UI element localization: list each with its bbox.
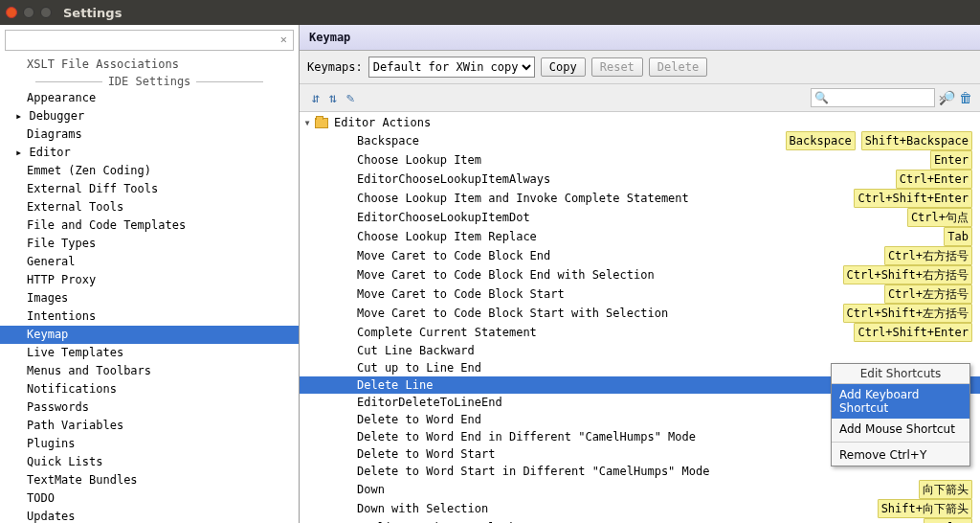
action-row[interactable]: Cut Line Backward	[300, 342, 980, 359]
collapse-all-icon[interactable]: ⇅	[324, 90, 342, 105]
window-titlebar: Settings	[0, 0, 980, 25]
close-icon[interactable]	[6, 7, 17, 18]
keymap-toolbar: ⇵ ⇅ ✎ 🔍 ✕ 🔎 🗑	[300, 84, 980, 112]
sidebar-item-menus-and-toolbars[interactable]: Menus and Toolbars	[0, 362, 299, 380]
content-area: Keymap Keymaps: Default for XWin copy Co…	[300, 25, 980, 523]
shortcut-badge: 向下箭头	[919, 480, 972, 499]
sidebar-item-external-diff-tools[interactable]: External Diff Tools	[0, 180, 299, 198]
sidebar-item-quick-lists[interactable]: Quick Lists	[0, 453, 299, 471]
action-row[interactable]: Move Caret to Code Block EndCtrl+右方括号	[300, 246, 980, 265]
sidebar-item-appearance[interactable]: Appearance	[0, 89, 299, 107]
shortcut-badge: Enter	[930, 150, 972, 170]
shortcut-badge: Shift+Backspace	[861, 131, 972, 150]
sidebar-item-diagrams[interactable]: Diagrams	[0, 125, 299, 144]
sidebar-item-debugger[interactable]: ▸ Debugger	[0, 107, 299, 125]
action-row[interactable]: Complete Current StatementCtrl+Shift+Ent…	[300, 323, 980, 342]
minimize-icon[interactable]	[23, 7, 34, 18]
window-title: Settings	[63, 6, 122, 20]
clear-search-icon[interactable]: ✕	[280, 33, 287, 46]
action-row[interactable]: EditorChooseLookupItemDotCtrl+句点	[300, 208, 980, 227]
action-row[interactable]: Down向下箭头	[300, 480, 980, 499]
sidebar-item-plugins[interactable]: Plugins	[0, 435, 299, 453]
copy-button[interactable]: Copy	[541, 57, 586, 77]
sidebar-section-header: IDE Settings	[0, 74, 299, 89]
sidebar: ✕ XSLT File AssociationsIDE SettingsAppe…	[0, 25, 300, 523]
sidebar-item-images[interactable]: Images	[0, 289, 299, 307]
expand-all-icon[interactable]: ⇵	[307, 90, 324, 105]
shortcut-badge: Ctrl+D	[924, 518, 972, 523]
action-row[interactable]: Move Caret to Code Block End with Select…	[300, 265, 980, 284]
delete-button[interactable]: Delete	[649, 57, 707, 77]
shortcut-badge: Shift+向下箭头	[878, 499, 972, 518]
keymap-topbar: Keymaps: Default for XWin copy Copy Rese…	[300, 51, 980, 84]
action-row[interactable]: Choose Lookup ItemEnter	[300, 150, 980, 170]
shortcut-badge: Ctrl+Shift+Enter	[854, 323, 972, 342]
action-tree[interactable]: ▾Editor ActionsBackspaceBackspaceShift+B…	[300, 112, 980, 523]
sidebar-item-notifications[interactable]: Notifications	[0, 380, 299, 398]
sidebar-item-live-templates[interactable]: Live Templates	[0, 344, 299, 362]
sidebar-item-file-and-code-templates[interactable]: File and Code Templates	[0, 216, 299, 235]
sidebar-item-todo[interactable]: TODO	[0, 489, 299, 508]
sidebar-item-file-types[interactable]: File Types	[0, 235, 299, 253]
sidebar-item-path-variables[interactable]: Path Variables	[0, 417, 299, 435]
tree-root[interactable]: ▾Editor Actions	[300, 114, 980, 131]
action-row[interactable]: Move Caret to Code Block StartCtrl+左方括号	[300, 284, 980, 304]
folder-icon	[315, 118, 328, 128]
sidebar-item-textmate-bundles[interactable]: TextMate Bundles	[0, 471, 299, 489]
sidebar-item-updates[interactable]: Updates	[0, 508, 299, 523]
keymaps-select[interactable]: Default for XWin copy	[368, 57, 535, 78]
edit-icon[interactable]: ✎	[342, 90, 359, 105]
shortcut-badge: Ctrl+右方括号	[884, 246, 972, 265]
action-row[interactable]: BackspaceBackspaceShift+Backspace	[300, 131, 980, 150]
page-title: Keymap	[300, 25, 980, 51]
shortcut-badge: Ctrl+Enter	[896, 170, 972, 189]
sidebar-item-keymap[interactable]: Keymap	[0, 326, 299, 344]
maximize-icon[interactable]	[40, 7, 52, 18]
action-row[interactable]: Choose Lookup Item and Invoke Complete S…	[300, 189, 980, 208]
context-menu-title: Edit Shortcuts	[832, 364, 969, 384]
sidebar-item-intentions[interactable]: Intentions	[0, 307, 299, 326]
search-icon: 🔍	[814, 91, 829, 104]
sidebar-item-passwords[interactable]: Passwords	[0, 398, 299, 417]
action-row[interactable]: Down with SelectionShift+向下箭头	[300, 499, 980, 518]
settings-search-input[interactable]	[5, 30, 294, 51]
action-row[interactable]: EditorChooseLookupItemAlwaysCtrl+Enter	[300, 170, 980, 189]
action-row[interactable]: Duplicate Line or BlockCtrl+D	[300, 518, 980, 523]
action-row[interactable]: Choose Lookup Item ReplaceTab	[300, 227, 980, 246]
shortcut-badge: Ctrl+Shift+右方括号	[843, 265, 972, 284]
sidebar-item[interactable]: XSLT File Associations	[0, 56, 299, 74]
shortcut-badge: Ctrl+Shift+Enter	[854, 189, 972, 208]
shortcut-badge: Backspace	[786, 131, 856, 150]
shortcut-badge: Ctrl+句点	[907, 208, 972, 227]
action-row[interactable]: Move Caret to Code Block Start with Sele…	[300, 304, 980, 323]
shortcut-badge: Tab	[944, 227, 972, 246]
sidebar-item-editor[interactable]: ▸ Editor	[0, 144, 299, 162]
sidebar-item-external-tools[interactable]: External Tools	[0, 198, 299, 216]
clear-filter-icon[interactable]: ✕	[939, 91, 946, 104]
shortcut-badge: Ctrl+左方括号	[884, 284, 972, 304]
sidebar-item-general[interactable]: General	[0, 253, 299, 271]
context-menu-item[interactable]: Add Mouse Shortcut	[832, 419, 969, 440]
trash-icon[interactable]: 🗑	[959, 90, 972, 105]
context-menu-item[interactable]: Add Keyboard Shortcut	[832, 384, 969, 419]
sidebar-item-emmet-zen-coding-[interactable]: Emmet (Zen Coding)	[0, 162, 299, 180]
context-menu: Edit Shortcuts Add Keyboard ShortcutAdd …	[831, 363, 970, 466]
keymaps-label: Keymaps:	[307, 60, 363, 74]
action-filter-input[interactable]	[811, 88, 935, 107]
shortcut-badge: Ctrl+Shift+左方括号	[843, 304, 972, 323]
sidebar-item-http-proxy[interactable]: HTTP Proxy	[0, 271, 299, 289]
context-menu-remove[interactable]: Remove Ctrl+Y	[832, 444, 969, 466]
reset-button[interactable]: Reset	[591, 57, 643, 77]
